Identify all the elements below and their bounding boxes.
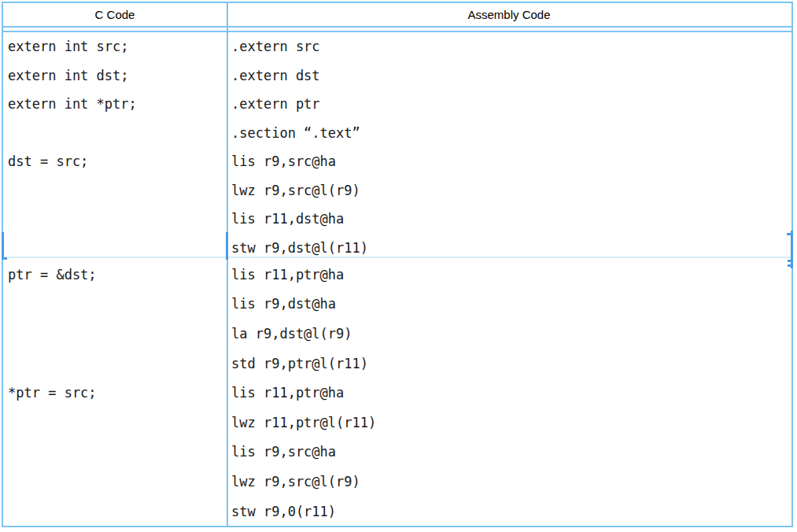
code-line: .extern src — [231, 32, 791, 61]
code-line — [8, 119, 227, 148]
code-line — [8, 234, 227, 257]
code-line: lwz r9,src@l(r9) — [231, 467, 791, 497]
code-line: lis r9,dst@ha — [231, 290, 791, 320]
code-line: lwz r9,src@l(r9) — [231, 176, 791, 205]
code-line: std r9,ptr@l(r11) — [231, 349, 791, 379]
row-boundary-tick — [788, 264, 791, 267]
c-assembly-code-table: C Code Assembly Code extern int src;exte… — [2, 2, 793, 527]
c-code-cell: ptr = &dst;*ptr = src; — [3, 258, 227, 526]
code-line: ptr = &dst; — [8, 260, 227, 290]
row-boundary-highlight-right — [791, 231, 793, 268]
row-boundary-tick — [787, 233, 791, 235]
assembly-code-cell: .extern src.extern dst.extern ptr.sectio… — [227, 32, 791, 257]
code-line: lis r9,src@ha — [231, 438, 791, 467]
table-header-row: C Code Assembly Code — [3, 3, 791, 28]
code-line — [8, 176, 227, 205]
code-line: lis r9,src@ha — [231, 147, 791, 176]
document-page: C Code Assembly Code extern int src;exte… — [0, 0, 797, 532]
row-boundary-highlight-middle — [226, 232, 228, 260]
code-line — [8, 497, 227, 526]
code-line: extern int dst; — [8, 61, 227, 91]
code-line — [8, 205, 227, 234]
code-line — [8, 467, 227, 497]
row-boundary-highlight-left — [2, 232, 4, 260]
c-code-cell: extern int src;extern int dst;extern int… — [3, 32, 227, 257]
code-line: la r9,dst@l(r9) — [231, 319, 791, 349]
header-c-code: C Code — [3, 3, 227, 26]
code-line: lis r11,ptr@ha — [231, 260, 791, 290]
code-line: extern int *ptr; — [8, 90, 227, 119]
code-line — [8, 319, 227, 349]
table-row: ptr = &dst;*ptr = src;lis r11,ptr@halis … — [3, 258, 791, 526]
code-line: stw r9,0(r11) — [231, 497, 791, 526]
code-line: stw r9,dst@l(r11) — [231, 234, 791, 257]
code-line — [8, 408, 227, 438]
table-row: extern int src;extern int dst;extern int… — [3, 32, 791, 258]
code-line: extern int src; — [8, 32, 227, 61]
code-line: .extern ptr — [231, 90, 791, 119]
assembly-code-cell: lis r11,ptr@halis r9,dst@hala r9,dst@l(r… — [227, 258, 791, 526]
code-line: *ptr = src; — [8, 378, 227, 408]
code-line — [8, 290, 227, 320]
code-line: lis r11,dst@ha — [231, 205, 791, 234]
column-divider — [227, 3, 228, 526]
code-line — [8, 349, 227, 379]
code-line: .section “.text” — [231, 119, 791, 148]
code-line: dst = src; — [8, 147, 227, 176]
code-line: lwz r11,ptr@l(r11) — [231, 408, 791, 438]
row-boundary-tick — [2, 257, 7, 260]
table-body: extern int src;extern int dst;extern int… — [3, 32, 791, 526]
row-boundary-tick — [788, 260, 791, 262]
code-line — [8, 438, 227, 467]
code-line: .extern dst — [231, 61, 791, 91]
header-assembly-code: Assembly Code — [227, 3, 791, 26]
code-line: lis r11,ptr@ha — [231, 378, 791, 408]
